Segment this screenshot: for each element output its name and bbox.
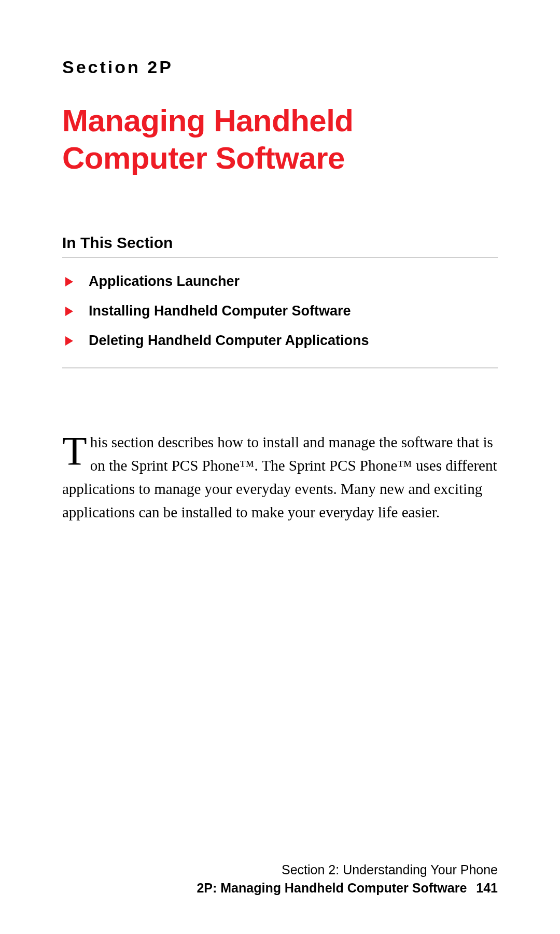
toc-item: Applications Launcher bbox=[62, 273, 498, 290]
footer-section-path: Section 2: Understanding Your Phone bbox=[0, 862, 498, 877]
dropcap: T bbox=[62, 431, 90, 468]
section-label: Section 2P bbox=[62, 57, 498, 77]
toc-item: Deleting Handheld Computer Applications bbox=[62, 333, 498, 349]
footer-subsection: 2P: Managing Handheld Computer Software bbox=[197, 881, 467, 896]
toc-item-label: Installing Handheld Computer Software bbox=[89, 303, 351, 319]
triangle-right-icon bbox=[65, 336, 73, 346]
in-this-section-heading: In This Section bbox=[62, 234, 498, 258]
intro-paragraph: T his section describes how to install a… bbox=[62, 431, 498, 524]
triangle-right-icon bbox=[65, 307, 73, 316]
page-footer: Section 2: Understanding Your Phone 2P: … bbox=[0, 862, 560, 896]
intro-paragraph-text: his section describes how to install and… bbox=[62, 434, 497, 520]
page-number: 141 bbox=[476, 881, 498, 896]
page-title: Managing Handheld Computer Software bbox=[62, 102, 498, 177]
triangle-right-icon bbox=[65, 277, 73, 286]
toc-item-label: Deleting Handheld Computer Applications bbox=[89, 333, 369, 349]
toc-item-label: Applications Launcher bbox=[89, 273, 240, 290]
toc-list: Applications Launcher Installing Handhel… bbox=[62, 273, 498, 368]
toc-item: Installing Handheld Computer Software bbox=[62, 303, 498, 319]
